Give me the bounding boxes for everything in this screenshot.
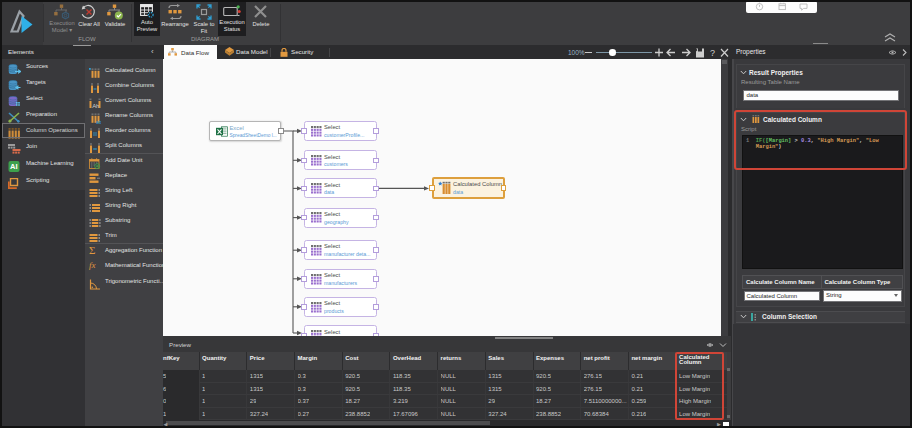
svg-text:?: ? [710, 48, 715, 58]
svg-text:h: h [96, 102, 99, 108]
svg-text:ab: ab [96, 119, 101, 124]
svg-text:AI: AI [10, 162, 18, 171]
